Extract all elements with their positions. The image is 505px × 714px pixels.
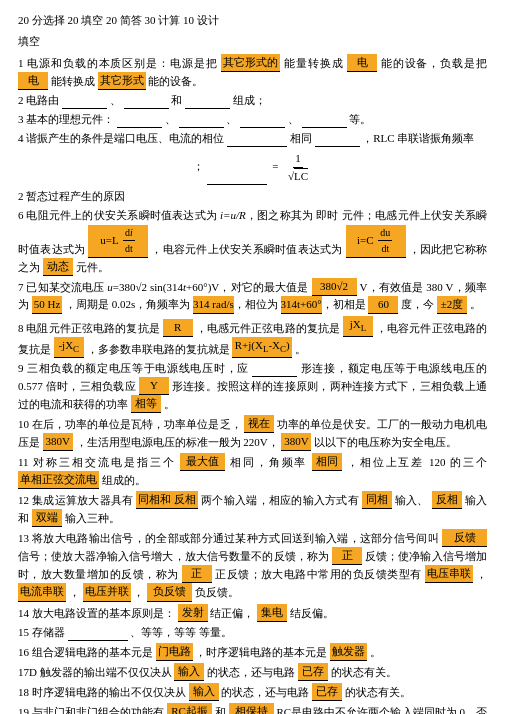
q1-blank1: 其它形式的 [221,54,280,72]
q4-blank1 [227,146,287,147]
question-19: 19 与非门和非门组合的功能有 RC起振 和 相保持 RC是电路中不允许两个输入… [18,703,487,714]
question-12: 12 集成运算放大器具有 同相和 反相 两个输入端，相应的输入方式有 同相 输入… [18,491,487,527]
header-line2: 填空 [18,33,487,50]
q9-blank2: Y [139,377,169,395]
q4-blank2 [315,146,360,147]
q8-blank3: -jXC [54,337,84,358]
q13-blank4: 电压串联 [425,565,473,583]
q3-blank1 [117,127,162,128]
q1-t3: 能的设备，负载是把 [381,57,487,69]
q12-blank2: 同相 [362,491,392,509]
q7-blank4: ±2度 [437,296,467,314]
question-2b: 2 暂态过程产生的原因 [18,188,487,205]
q12-blank4: 双端 [32,509,62,527]
header-text1: 20 分选择 20 填空 20 简答 30 计算 10 设计 [18,14,219,26]
question-13: 13 将放大电路输出信号，的全部或部分通过某种方式回送到输入端，这部分信号间叫 … [18,529,487,601]
q18-blank2: 已存 [312,683,342,701]
q15-blank1 [68,640,128,641]
q8-blank4: R+j(XL-XC) [232,337,292,358]
question-3: 3 基本的理想元件： 、 、 、 等。 [18,111,487,128]
question-4: 4 谐振产生的条件是端口电压、电流的相位 相同 ，RLC 串联谐振角频率 [18,130,487,147]
q6-blank1: u=L didt [88,225,148,258]
header-line1: 20 分选择 20 填空 20 简答 30 计算 10 设计 [18,12,487,29]
q9-blank3: 相等 [131,395,161,413]
q6-blank2: i=C dudt [346,225,406,258]
q1-num: 1 电源和负载的本质区别是：电源是把 [18,57,218,69]
q13-blank7: 负反馈 [147,583,192,601]
question-16: 16 组合逻辑电路的基本元是 门电路 ，时序逻辑电路的基本元是 触发器 。 [18,643,487,661]
q12-blank1: 同相和 反相 [136,491,198,509]
q13-blank2: 正 [332,547,362,565]
question-18: 18 时序逻辑电路的输出不仅仅决从 输入 的状态，还与电路 已存 的状态有关。 [18,683,487,701]
q13-blank6: 电压并联 [83,583,131,601]
q16-blank2: 触发器 [330,643,367,661]
q3-blank4 [302,127,347,128]
question-15: 15 存储器 、等等，等等 等量。 [18,624,487,641]
fraction-expr: 1 √LC [286,150,310,185]
q12-blank3: 反相 [432,491,462,509]
question-17: 17D 触发器的输出端不仅仅决从 输入 的状态，还与电路 已存 的状态有关。 [18,663,487,681]
q13-blank3: 正 [182,565,212,583]
question-8: 8 电阻元件正弦电路的复抗是 R ，电感元件正弦电路的复抗是 jXL ，电容元件… [18,316,487,358]
q1-blank3: 电 [18,72,48,90]
q17-blank1: 输入 [174,663,204,681]
q1-t4: 能转换成 [51,75,95,87]
q10-blank2: 380V [43,433,73,451]
q2-text: 2 电路由 [18,94,59,106]
q11-blank3: 单相正弦交流电 [18,471,99,489]
q11-blank2: 相同 [312,453,342,471]
q6-blank3: 动态 [43,258,73,276]
q2-blank3 [185,108,230,109]
q9-blank1 [252,376,297,377]
q14-blank2: 集电 [257,604,287,622]
q3-blank3 [240,127,285,128]
q16-blank1: 门电路 [156,643,193,661]
q17-blank2: 已存 [298,663,328,681]
q10-blank3: 380V [281,433,311,451]
q8-blank2: jXL [343,316,373,337]
q7-blank3: 60 [368,296,398,314]
q7-blank2: 50 Hz [32,296,63,314]
question-14: 14 放大电路设置的基本原则是： 发射 结正偏， 集电 结反偏。 [18,604,487,622]
question-6: 6 电阻元件上的伏安关系瞬时值表达式为 i=u/R，图之称其为 即时 元件；电感… [18,207,487,275]
q3-blank2 [179,127,224,128]
q1-blank4: 其它形式 [98,72,146,90]
q18-blank1: 输入 [189,683,219,701]
question-7: 7 已知某交流电压 u=380√2 sin(314t+60°)V，对它的最大值是… [18,278,487,314]
q19-blank1: RC起振 [167,703,212,714]
q13-blank5: 电流串联 [18,583,66,601]
q14-blank1: 发射 [178,604,208,622]
question-9: 9 三相负载的额定电压等于电源线电压时，应 形连接，额定电压等于电源线电压的 0… [18,360,487,413]
document-container: 20 分选择 20 填空 20 简答 30 计算 10 设计 填空 1 电源和负… [18,12,487,714]
q1-t5: 能的设备。 [148,75,203,87]
question-11: 11 对称三相交流电是指三个 最大值 相同，角频率 相同 ，相位上互差 120 … [18,453,487,489]
q2-blank1 [62,108,107,109]
q10-blank1: 视在 [244,415,274,433]
q11-blank1: 最大值 [180,453,225,471]
header-text2: 填空 [18,35,40,47]
question-1: 1 电源和负载的本质区别是：电源是把 其它形式的 能量转换成 电 能的设备，负载… [18,54,487,90]
formula-line: ； = 1 √LC [18,150,487,185]
formula-blank [207,167,267,185]
q2-blank2 [124,108,169,109]
q13-blank1: 反馈 [442,529,487,547]
question-10: 10 在后，功率的单位是瓦特，功率单位是乏， 视在 功率的单位是伏安。工厂的一般… [18,415,487,451]
q1-blank2: 电 [347,54,377,72]
q7-blank1: 380√2 [312,278,357,296]
q19-blank2: 相保持 [229,703,274,714]
q8-blank1: R [163,319,193,337]
question-2: 2 电路由 、 和 组成； [18,92,487,109]
q1-t2: 能量转换成 [284,57,344,69]
